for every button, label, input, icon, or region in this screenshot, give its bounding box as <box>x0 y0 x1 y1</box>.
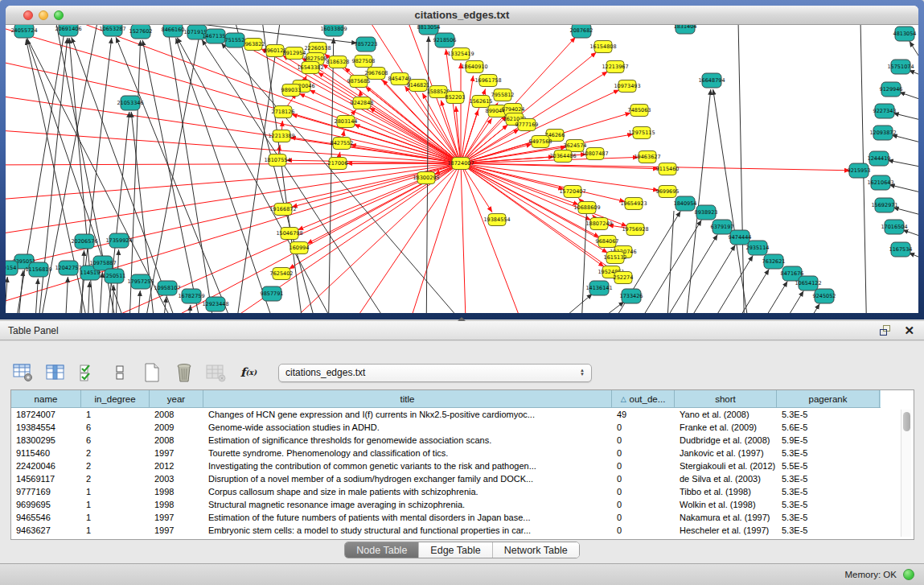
graph-node[interactable]: 8813054 <box>417 25 441 35</box>
scrollbar-thumb[interactable] <box>903 412 910 431</box>
graph-node[interactable]: 1840954 <box>674 196 697 211</box>
graph-node[interactable]: 7963822 <box>242 39 265 51</box>
create-table-icon[interactable] <box>140 360 164 385</box>
graph-node[interactable]: 989033 <box>281 84 302 97</box>
minimize-window-button[interactable] <box>39 10 48 20</box>
table-row[interactable]: 1872400712008Changes of HCN gene express… <box>11 408 914 421</box>
graph-node[interactable]: 21053346 <box>117 96 143 110</box>
column-header-in-degree[interactable]: in_degree <box>81 390 150 407</box>
graph-node[interactable]: 16154808 <box>589 41 616 53</box>
graph-node[interactable]: 1250511 <box>103 269 126 283</box>
table-selector-dropdown[interactable]: citations_edges.txt ▲▼ <box>278 364 592 382</box>
network-canvas[interactable]: 1872400779638228960128891295422260538982… <box>6 25 918 313</box>
graph-node[interactable]: 12923448 <box>202 297 228 311</box>
column-header-name[interactable]: name <box>11 390 81 407</box>
graph-node[interactable]: 9129946 <box>880 82 903 97</box>
graph-node[interactable]: 2935114 <box>746 241 770 255</box>
table-row[interactable]: 2242004622012Investigating the contribut… <box>11 459 914 472</box>
graph-node[interactable]: 9474444 <box>729 230 752 245</box>
graph-node[interactable]: 12975115 <box>628 127 655 139</box>
graph-node[interactable]: 9777169 <box>515 119 539 131</box>
graph-node[interactable]: 2803144 <box>335 116 358 128</box>
show-columns-icon[interactable] <box>43 360 68 385</box>
column-header-pagerank[interactable]: pagerank <box>777 390 880 407</box>
graph-node[interactable]: 2718126 <box>272 106 295 118</box>
graph-node[interactable]: 1244419 <box>868 151 891 166</box>
graph-node[interactable]: 10688609 <box>573 202 600 214</box>
graph-node[interactable]: 16033809 <box>320 25 347 36</box>
graph-node[interactable]: 1831404 <box>674 25 697 34</box>
graph-node[interactable]: 6379197 <box>711 220 734 234</box>
network-graph[interactable]: 1872400779638228960128891295422260538982… <box>6 25 918 313</box>
delete-table-icon[interactable] <box>172 360 196 385</box>
graph-node[interactable]: 8466160 <box>162 25 185 37</box>
graph-node[interactable]: 19654923 <box>620 198 647 210</box>
float-panel-icon[interactable] <box>880 325 893 336</box>
table-row[interactable]: 911546021997Tourette syndrome. Phenomeno… <box>11 447 914 459</box>
tab-network-table[interactable]: Network Table <box>492 542 579 558</box>
graph-node[interactable]: 217006 <box>328 158 348 170</box>
graph-node[interactable]: 2087682 <box>570 25 593 38</box>
graph-node[interactable]: 12093872 <box>869 126 896 140</box>
graph-node[interactable]: 16210643 <box>867 175 893 190</box>
graph-node[interactable]: 16648794 <box>698 73 725 88</box>
graph-node[interactable]: 10807487 <box>581 148 608 160</box>
memory-ok-indicator[interactable] <box>903 569 914 580</box>
graph-node[interactable]: 10653287 <box>99 25 125 36</box>
graph-node[interactable]: 17359924 <box>105 233 132 248</box>
column-header-year[interactable]: year <box>150 390 203 407</box>
graph-node[interactable]: 20206576 <box>71 234 97 249</box>
close-window-button[interactable] <box>23 10 33 20</box>
graph-node[interactable]: 12042757 <box>55 261 81 275</box>
graph-node[interactable]: 19756928 <box>622 224 648 236</box>
column-header-short[interactable]: short <box>675 390 777 407</box>
graph-node[interactable]: 17957255 <box>127 274 154 289</box>
split-pane-handle-icon[interactable] <box>458 317 466 321</box>
graph-node[interactable]: 15751074 <box>887 60 914 74</box>
graph-node[interactable]: 252274 <box>614 272 634 284</box>
graph-node[interactable]: 20691406 <box>55 25 81 36</box>
function-builder-icon[interactable]: f(x) <box>236 360 261 385</box>
graph-node[interactable]: 1167534 <box>889 242 913 257</box>
graph-node[interactable]: 4813054 <box>893 27 917 41</box>
graph-node[interactable]: 12213389 <box>268 130 294 142</box>
graph-node[interactable]: 852203 <box>446 92 466 104</box>
graph-node[interactable]: 9227343 <box>873 104 897 118</box>
graph-node[interactable]: 9245052 <box>813 289 836 303</box>
graph-node[interactable]: 10654122 <box>795 276 821 290</box>
graph-node[interactable]: 1733426 <box>620 289 643 303</box>
table-row[interactable]: 1456911722003Disruption of a novel membe… <box>11 472 914 485</box>
column-header-out-degree[interactable]: △ out_de... <box>612 390 675 407</box>
graph-node[interactable]: 1527602 <box>129 25 153 39</box>
table-row[interactable]: 1938455462009Genome-wide association stu… <box>11 421 914 434</box>
graph-node[interactable]: 8186328 <box>326 56 350 68</box>
network-window-titlebar[interactable]: citations_edges.txt <box>6 6 918 25</box>
graph-node[interactable]: 9684067 <box>596 236 619 248</box>
table-vertical-scrollbar[interactable] <box>901 410 911 537</box>
graph-node[interactable]: 14136141 <box>585 281 612 295</box>
zoom-window-button[interactable] <box>54 10 64 20</box>
graph-node[interactable]: 11156819 <box>25 262 51 277</box>
table-row[interactable]: 946554611997Estimation of the future num… <box>11 511 914 524</box>
graph-node[interactable]: 10958107 <box>154 281 180 295</box>
graph-node[interactable]: 160994 <box>290 242 310 254</box>
graph-node[interactable]: 9215953 <box>848 163 871 178</box>
close-panel-icon[interactable]: ✕ <box>904 324 914 336</box>
graph-node[interactable]: 8938923 <box>695 205 718 220</box>
graph-node[interactable]: 19463627 <box>634 151 660 163</box>
tab-edge-table[interactable]: Edge Table <box>418 542 491 558</box>
table-row[interactable]: 1830029562008Estimation of significance … <box>11 434 914 447</box>
graph-node[interactable]: 8912954 <box>283 47 306 60</box>
graph-node[interactable]: 1615132 <box>604 252 627 264</box>
tab-node-table[interactable]: Node Table <box>345 542 418 558</box>
graph-node[interactable]: 9699695 <box>656 186 680 198</box>
table-row[interactable]: 946362711997Embryonic stem cells: a mode… <box>11 524 914 537</box>
graph-node[interactable]: 6497568 <box>529 136 552 148</box>
graph-node[interactable]: 7955812 <box>491 89 515 101</box>
graph-node[interactable]: 751552 <box>225 33 245 47</box>
table-row[interactable]: 977716911998Corpus callosum shape and si… <box>11 485 914 498</box>
column-header-title[interactable]: title <box>203 390 612 407</box>
graph-node[interactable]: 9827508 <box>352 56 376 68</box>
table-settings-icon[interactable] <box>11 360 35 385</box>
graph-node[interactable]: 9242848 <box>351 97 374 109</box>
